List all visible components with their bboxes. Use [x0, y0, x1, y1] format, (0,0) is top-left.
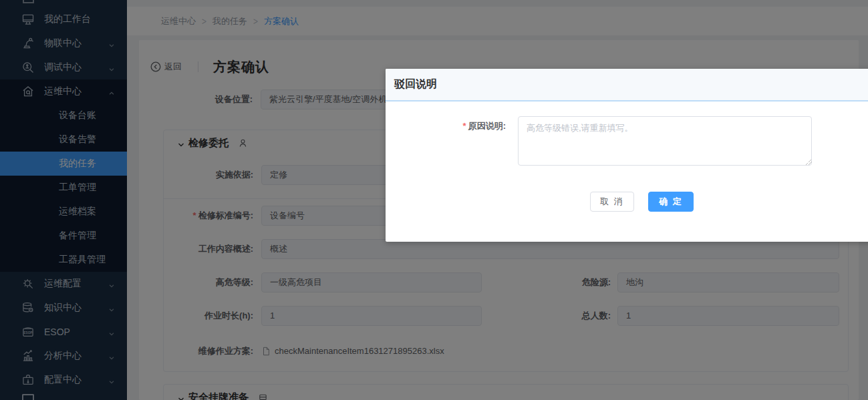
reject-dialog: 驳回说明 *原因说明: 取 消 确 定	[386, 69, 868, 242]
reason-textarea[interactable]	[518, 116, 812, 166]
reason-label: *原因说明:	[386, 120, 506, 132]
cancel-button[interactable]: 取 消	[590, 192, 634, 212]
reject-dialog-header: 驳回说明	[386, 69, 868, 102]
textarea-resize-handle[interactable]	[806, 159, 812, 165]
reject-dialog-title: 驳回说明	[394, 77, 437, 91]
confirm-button[interactable]: 确 定	[648, 192, 694, 212]
